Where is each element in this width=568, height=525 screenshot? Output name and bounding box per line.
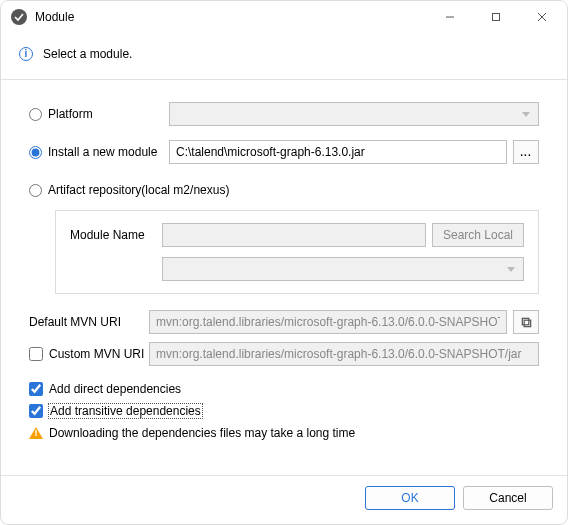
window-title: Module (35, 10, 74, 24)
direct-deps-label: Add direct dependencies (49, 382, 181, 396)
direct-deps-checkbox[interactable] (29, 382, 43, 396)
warning-icon (29, 427, 43, 439)
module-name-input (162, 223, 426, 247)
info-icon: i (19, 47, 33, 61)
module-name-label: Module Name (70, 228, 162, 242)
custom-mvn-label: Custom MVN URI (49, 347, 144, 361)
install-path-input[interactable] (169, 140, 507, 164)
banner: i Select a module. (1, 33, 567, 80)
form-area: Platform Install a new module ... Artifa… (1, 80, 567, 475)
svg-rect-1 (493, 14, 500, 21)
platform-label: Platform (48, 107, 93, 121)
install-module-label: Install a new module (48, 145, 157, 159)
platform-dropdown (169, 102, 539, 126)
browse-button[interactable]: ... (513, 140, 539, 164)
minimize-icon (445, 12, 455, 22)
maximize-button[interactable] (473, 2, 519, 32)
transitive-deps-checkbox[interactable] (29, 404, 43, 418)
banner-message: Select a module. (43, 47, 132, 61)
platform-radio[interactable] (29, 108, 42, 121)
repository-radio[interactable] (29, 184, 42, 197)
repository-label: Artifact repository(local m2/nexus) (48, 183, 229, 197)
search-local-button: Search Local (432, 223, 524, 247)
custom-mvn-checkbox[interactable] (29, 347, 43, 361)
footer: OK Cancel (1, 475, 567, 524)
custom-mvn-input (149, 342, 539, 366)
repository-group: Module Name Search Local (55, 210, 539, 294)
default-mvn-input (149, 310, 507, 334)
app-icon (11, 9, 27, 25)
copy-button[interactable] (513, 310, 539, 334)
cancel-button[interactable]: Cancel (463, 486, 553, 510)
close-button[interactable] (519, 2, 565, 32)
title-bar: Module (1, 1, 567, 33)
install-module-radio[interactable] (29, 146, 42, 159)
transitive-deps-label: Add transitive dependencies (49, 404, 202, 418)
copy-icon (520, 316, 533, 329)
maximize-icon (491, 12, 501, 22)
default-mvn-label: Default MVN URI (29, 315, 149, 329)
svg-rect-5 (522, 318, 529, 325)
ok-button[interactable]: OK (365, 486, 455, 510)
minimize-button[interactable] (427, 2, 473, 32)
svg-rect-4 (524, 320, 531, 327)
close-icon (537, 12, 547, 22)
warning-text: Downloading the dependencies files may t… (49, 426, 355, 440)
repository-dropdown (162, 257, 524, 281)
